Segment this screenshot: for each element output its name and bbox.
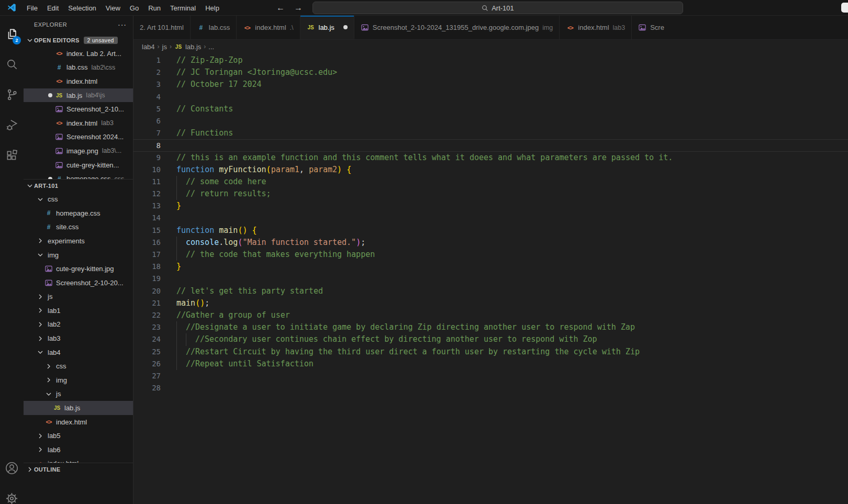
settings-gear-icon[interactable] bbox=[0, 485, 24, 504]
code-line-23[interactable]: 23//Designate a user to initiate game by… bbox=[133, 321, 848, 333]
menu-terminal[interactable]: Terminal bbox=[165, 4, 200, 12]
open-editor-cute-grey-kitten...[interactable]: cute-grey-kitten... bbox=[24, 158, 133, 172]
code-line-28[interactable]: 28 bbox=[133, 382, 848, 394]
tab-Screenshot_2-10-2024_131955_drive.google.com.jpeg[interactable]: Screenshot_2-10-2024_131955_drive.google… bbox=[354, 16, 560, 39]
code-line-20[interactable]: 20// let's get this party started bbox=[133, 285, 848, 297]
code-line-17[interactable]: 17// the code that makes everything happ… bbox=[133, 249, 848, 261]
back-arrow-icon[interactable]: ← bbox=[276, 3, 285, 13]
tree-folder-css[interactable]: css bbox=[24, 359, 133, 373]
code-line-16[interactable]: 16console.log("Main function started."); bbox=[133, 237, 848, 249]
code-line-24[interactable]: 24//Secondary user continues chain effec… bbox=[133, 333, 848, 345]
tab-index.html[interactable]: <>index.html.\ bbox=[237, 16, 300, 39]
code-line-1[interactable]: 1// Zip-Zap-Zop bbox=[133, 54, 848, 66]
code-line-2[interactable]: 2// JC Toringan <Jtoringa@ucsc.edu> bbox=[133, 66, 848, 79]
code-line-22[interactable]: 22//Gather a group of user bbox=[133, 309, 848, 321]
open-editor-Screenshot_2-10...[interactable]: Screenshot_2-10... bbox=[24, 102, 133, 116]
code-line-11[interactable]: 11// some code here bbox=[133, 176, 848, 188]
forward-arrow-icon[interactable]: → bbox=[294, 3, 303, 13]
tree-folder-img[interactable]: img bbox=[24, 373, 133, 387]
tree-folder-js[interactable]: js bbox=[24, 387, 133, 401]
code-line-14[interactable]: 14 bbox=[133, 212, 848, 224]
code-line-27[interactable]: 27 bbox=[133, 370, 848, 382]
breadcrumb-folder[interactable]: lab4 bbox=[142, 43, 155, 51]
tab-lab.css[interactable]: #lab.css bbox=[191, 16, 237, 39]
extensions-icon[interactable] bbox=[0, 142, 24, 169]
command-center-search[interactable]: Art-101 bbox=[313, 2, 683, 14]
tree-file-lab.js[interactable]: JSlab.js bbox=[24, 401, 133, 415]
tree-file-site.css[interactable]: #site.css bbox=[24, 220, 133, 234]
search-view-icon[interactable] bbox=[0, 51, 24, 77]
code-line-15[interactable]: 15function main() { bbox=[133, 225, 848, 237]
code-editor[interactable]: 1// Zip-Zap-Zop2// JC Toringan <Jtoringa… bbox=[133, 53, 848, 504]
open-editor-lab.js[interactable]: JSlab.jslab4\js bbox=[24, 88, 133, 103]
code-line-9[interactable]: 9// this is an example function and this… bbox=[133, 152, 848, 164]
code-line-3[interactable]: 3// October 17 2024 bbox=[133, 79, 848, 91]
code-line-4[interactable]: 4 bbox=[133, 91, 848, 103]
views-more-actions-icon[interactable]: ··· bbox=[118, 20, 127, 29]
tree-file-homepage.css[interactable]: #homepage.css bbox=[24, 206, 133, 220]
menu-help[interactable]: Help bbox=[200, 4, 224, 12]
project-section-header[interactable]: ART-101 bbox=[24, 179, 133, 192]
tab-index.html[interactable]: <>index.htmllab3 bbox=[560, 16, 632, 39]
breadcrumb-folder[interactable]: js bbox=[162, 43, 167, 51]
line-number: 6 bbox=[133, 115, 161, 127]
code-line-10[interactable]: 10function myFunction(param1, param2) { bbox=[133, 164, 848, 176]
code-line-25[interactable]: 25//Restart Circuit by having the third … bbox=[133, 346, 848, 358]
open-editor-index. Lab 2. Art...[interactable]: <>index. Lab 2. Art... bbox=[24, 47, 133, 61]
outline-section-header[interactable]: OUTLINE bbox=[24, 463, 133, 476]
menu-file[interactable]: File bbox=[22, 4, 42, 12]
tree-folder-lab1[interactable]: lab1 bbox=[24, 304, 133, 318]
open-editor-index.html[interactable]: <>index.html bbox=[24, 74, 133, 88]
code-line-8[interactable]: 8 bbox=[133, 139, 848, 151]
tab-lab.js[interactable]: JSlab.js bbox=[300, 16, 354, 39]
tree-folder-lab3[interactable]: lab3 bbox=[24, 331, 133, 345]
source-control-icon[interactable] bbox=[0, 82, 24, 108]
code-line-5[interactable]: 5// Constants bbox=[133, 103, 848, 115]
tree-folder-lab6[interactable]: lab6 bbox=[24, 443, 133, 457]
indent-guide bbox=[176, 249, 177, 261]
open-editor-lab.css[interactable]: #lab.csslab2\css bbox=[24, 61, 133, 75]
open-editor-index.html[interactable]: <>index.htmllab3 bbox=[24, 116, 133, 130]
html-icon: <> bbox=[566, 25, 574, 31]
tab-Scre[interactable]: Scre bbox=[632, 16, 664, 39]
breadcrumb-symbol[interactable]: ... bbox=[208, 43, 214, 51]
code-line-6[interactable]: 6 bbox=[133, 115, 848, 127]
tree-file-index.html[interactable]: <>index.html bbox=[24, 457, 133, 463]
open-editor-Screenshot 2024...[interactable]: Screenshot 2024... bbox=[24, 130, 133, 144]
code-line-26[interactable]: 26//Repeat until Satisfaction bbox=[133, 358, 848, 370]
tree-file-index.html[interactable]: <>index.html bbox=[24, 415, 133, 429]
modified-dot-icon[interactable] bbox=[343, 25, 348, 29]
code-line-18[interactable]: 18} bbox=[133, 261, 848, 273]
run-debug-icon[interactable] bbox=[0, 112, 24, 138]
menu-edit[interactable]: Edit bbox=[42, 4, 63, 12]
code-line-13[interactable]: 13} bbox=[133, 200, 848, 212]
line-number: 13 bbox=[133, 200, 161, 212]
layout-control-icon[interactable] bbox=[841, 3, 848, 13]
menu-run[interactable]: Run bbox=[143, 4, 165, 12]
code-line-19[interactable]: 19 bbox=[133, 273, 848, 285]
js-icon: JS bbox=[174, 44, 183, 50]
open-editor-image.png[interactable]: image.pnglab3\... bbox=[24, 144, 133, 158]
tree-folder-js[interactable]: js bbox=[24, 290, 133, 304]
menu-selection[interactable]: Selection bbox=[63, 4, 101, 12]
menu-view[interactable]: View bbox=[101, 4, 125, 12]
tree-file-cute-grey-kitten.jpg[interactable]: cute-grey-kitten.jpg bbox=[24, 262, 133, 276]
code-line-7[interactable]: 7// Functions bbox=[133, 127, 848, 139]
breadcrumb-file[interactable]: lab.js bbox=[185, 43, 201, 51]
file-label: js bbox=[48, 293, 52, 300]
explorer-icon[interactable]: 2 bbox=[0, 21, 24, 47]
tree-folder-css[interactable]: css bbox=[24, 192, 133, 206]
tree-folder-img[interactable]: img bbox=[24, 248, 133, 262]
code-line-21[interactable]: 21main(); bbox=[133, 297, 848, 309]
tree-folder-lab5[interactable]: lab5 bbox=[24, 429, 133, 443]
open-editors-header[interactable]: OPEN EDITORS 2 unsaved bbox=[24, 33, 133, 47]
tree-folder-experiments[interactable]: experiments bbox=[24, 234, 133, 248]
tab-2. Art 101.html[interactable]: 2. Art 101.html bbox=[133, 16, 191, 39]
tree-file-Screenshot_2-10-20...[interactable]: Screenshot_2-10-20... bbox=[24, 276, 133, 290]
tree-folder-lab4[interactable]: lab4 bbox=[24, 345, 133, 360]
menu-go[interactable]: Go bbox=[125, 4, 143, 12]
accounts-icon[interactable] bbox=[0, 455, 24, 481]
code-line-12[interactable]: 12// return results; bbox=[133, 188, 848, 200]
tree-folder-lab2[interactable]: lab2 bbox=[24, 318, 133, 332]
open-editor-homepage.css[interactable]: #homepage.csscss bbox=[24, 172, 133, 179]
